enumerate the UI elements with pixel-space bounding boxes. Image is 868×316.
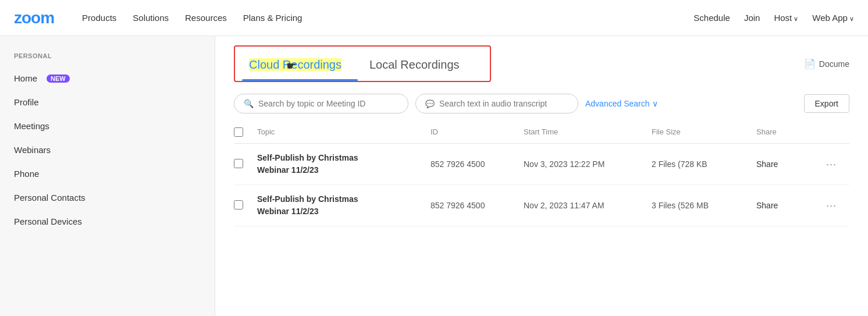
sidebar-item-personal-devices[interactable]: Personal Devices	[0, 210, 215, 233]
transcript-icon: 💬	[425, 100, 435, 108]
topnav-links: Products Solutions Resources Plans & Pri…	[82, 13, 675, 23]
table-row: Self-Publish by ChristmasWebinar 11/2/23…	[234, 144, 849, 185]
header-checkbox-col	[234, 127, 257, 139]
sidebar-item-phone[interactable]: Phone	[0, 162, 215, 186]
recordings-table: Topic ID Start Time File Size Share Self…	[215, 113, 868, 236]
search-row: 🔍 💬 Advanced Search ∨ Export	[215, 82, 868, 113]
row2-start-time: Nov 2, 2023 11:47 AM	[524, 201, 652, 210]
row1-checkbox[interactable]	[234, 159, 243, 168]
topnav-right: Schedule Join Host Web App	[693, 13, 854, 23]
sidebar-profile-label: Profile	[14, 97, 39, 107]
sidebar-item-personal-contacts[interactable]: Personal Contacts	[0, 186, 215, 210]
nav-resources[interactable]: Resources	[185, 13, 227, 23]
document-icon: 📄	[804, 58, 816, 69]
row2-more-button[interactable]: ···	[826, 200, 849, 212]
advanced-search-label: Advanced Search	[585, 99, 650, 108]
row2-checkbox[interactable]	[234, 200, 243, 210]
sidebar-personal-contacts-label: Personal Contacts	[14, 193, 86, 203]
topic-search-box[interactable]: 🔍	[234, 94, 408, 113]
sidebar-section-personal: PERSONAL	[0, 52, 215, 66]
row1-id: 852 7926 4500	[431, 159, 524, 169]
row1-more-button[interactable]: ···	[826, 158, 849, 171]
sidebar-item-webinars[interactable]: Webinars	[0, 138, 215, 162]
sidebar-item-meetings[interactable]: Meetings	[0, 114, 215, 138]
advanced-search-button[interactable]: Advanced Search ∨	[585, 99, 658, 108]
row1-share-button[interactable]: Share	[756, 159, 826, 169]
row2-id: 852 7926 4500	[431, 201, 524, 210]
export-button[interactable]: Export	[804, 94, 849, 113]
select-all-checkbox[interactable]	[234, 127, 243, 137]
tabs-container: Cloud Recordings ☛ Local Recordings	[234, 45, 491, 82]
search-icon: 🔍	[244, 99, 254, 108]
topnav: zoom Products Solutions Resources Plans …	[0, 0, 868, 36]
main-content: Cloud Recordings ☛ Local Recordings 📄 Do…	[215, 36, 868, 316]
transcript-search-box[interactable]: 💬	[415, 94, 578, 113]
header-id: ID	[431, 127, 524, 139]
nav-join[interactable]: Join	[744, 13, 760, 23]
header-more	[826, 127, 849, 139]
sidebar-item-profile[interactable]: Profile	[0, 90, 215, 114]
nav-schedule[interactable]: Schedule	[693, 13, 730, 23]
nav-plans-pricing[interactable]: Plans & Pricing	[243, 13, 303, 23]
chevron-down-icon: ∨	[652, 99, 658, 108]
cloud-recordings-label: Cloud Recordings	[249, 58, 341, 71]
header-share: Share	[756, 127, 826, 139]
zoom-logo[interactable]: zoom	[14, 9, 54, 27]
sidebar-phone-label: Phone	[14, 169, 39, 179]
topic-search-input[interactable]	[258, 99, 399, 108]
nav-host[interactable]: Host	[774, 13, 798, 23]
sidebar-meetings-label: Meetings	[14, 121, 49, 131]
sidebar-personal-devices-label: Personal Devices	[14, 216, 82, 226]
tab-local-recordings[interactable]: Local Recordings	[362, 54, 476, 81]
layout: PERSONAL Home NEW Profile Meetings Webin…	[0, 36, 868, 316]
table-row: Self-Publish by ChristmasWebinar 11/2/23…	[234, 185, 849, 226]
sidebar-webinars-label: Webinars	[14, 145, 51, 155]
home-new-badge: NEW	[47, 74, 70, 83]
row1-checkbox-cell	[234, 159, 257, 170]
header-start-time: Start Time	[524, 127, 652, 139]
header-file-size: File Size	[652, 127, 756, 139]
transcript-search-input[interactable]	[439, 99, 568, 108]
document-label: Docume	[819, 59, 849, 69]
nav-webapp[interactable]: Web App	[812, 13, 854, 23]
row2-checkbox-cell	[234, 200, 257, 211]
row2-share-button[interactable]: Share	[756, 201, 826, 210]
sidebar-item-home[interactable]: Home NEW	[0, 66, 215, 90]
header-topic: Topic	[257, 127, 431, 139]
row2-file-size: 3 Files (526 MB	[652, 201, 756, 210]
nav-products[interactable]: Products	[82, 13, 116, 23]
row2-topic: Self-Publish by ChristmasWebinar 11/2/23	[257, 193, 431, 218]
sidebar-home-label: Home	[14, 73, 37, 83]
table-header: Topic ID Start Time File Size Share	[234, 123, 849, 144]
local-recordings-label: Local Recordings	[369, 58, 460, 71]
nav-solutions[interactable]: Solutions	[133, 13, 169, 23]
row1-file-size: 2 Files (728 KB	[652, 159, 756, 169]
sidebar: PERSONAL Home NEW Profile Meetings Webin…	[0, 36, 215, 316]
row1-topic: Self-Publish by ChristmasWebinar 11/2/23	[257, 152, 431, 176]
tab-cloud-recordings[interactable]: Cloud Recordings	[242, 54, 358, 81]
row1-start-time: Nov 3, 2023 12:22 PM	[524, 159, 652, 169]
